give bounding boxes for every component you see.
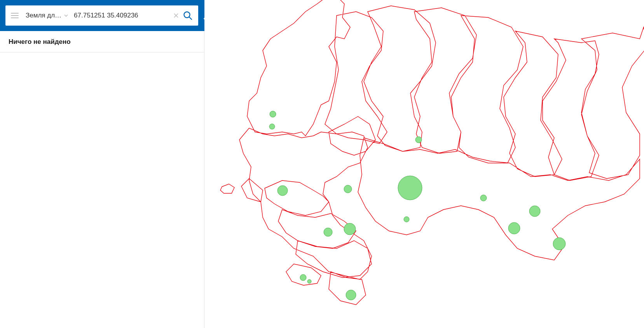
sidebar-panel: Земля дл… Ничего не найдено — [0, 0, 204, 328]
cluster-marker[interactable] — [508, 222, 520, 234]
region-boundaries — [220, 0, 644, 305]
cluster-marker[interactable] — [398, 176, 422, 200]
cluster-marker[interactable] — [553, 238, 565, 250]
cluster-marker[interactable] — [300, 274, 306, 281]
no-results-message: Ничего не найдено — [0, 31, 204, 52]
cluster-marker[interactable] — [529, 206, 540, 217]
cluster-markers[interactable] — [269, 111, 565, 300]
cluster-marker[interactable] — [277, 186, 288, 196]
cluster-marker[interactable] — [344, 185, 352, 193]
category-dropdown[interactable]: Земля дл… — [26, 12, 61, 19]
close-icon[interactable] — [173, 13, 179, 18]
cluster-marker[interactable] — [270, 111, 276, 117]
searchbar: Земля дл… — [5, 5, 198, 26]
svg-line-1 — [189, 17, 192, 19]
map-canvas[interactable] — [204, 0, 644, 328]
cluster-marker[interactable] — [346, 290, 356, 300]
chevron-down-icon[interactable] — [64, 13, 68, 18]
results-area: Ничего не найдено — [0, 31, 204, 52]
cluster-marker[interactable] — [404, 217, 409, 222]
search-input[interactable] — [73, 11, 173, 20]
cluster-marker[interactable] — [344, 223, 356, 235]
search-icon[interactable] — [183, 10, 193, 21]
cluster-marker[interactable] — [480, 195, 487, 201]
cluster-marker[interactable] — [324, 228, 332, 236]
map-svg[interactable] — [204, 0, 644, 328]
searchbar-container: Земля дл… — [0, 0, 210, 31]
cluster-marker[interactable] — [269, 124, 275, 129]
cluster-marker[interactable] — [307, 279, 311, 283]
cluster-marker[interactable] — [415, 137, 422, 143]
hamburger-icon[interactable] — [11, 13, 19, 18]
